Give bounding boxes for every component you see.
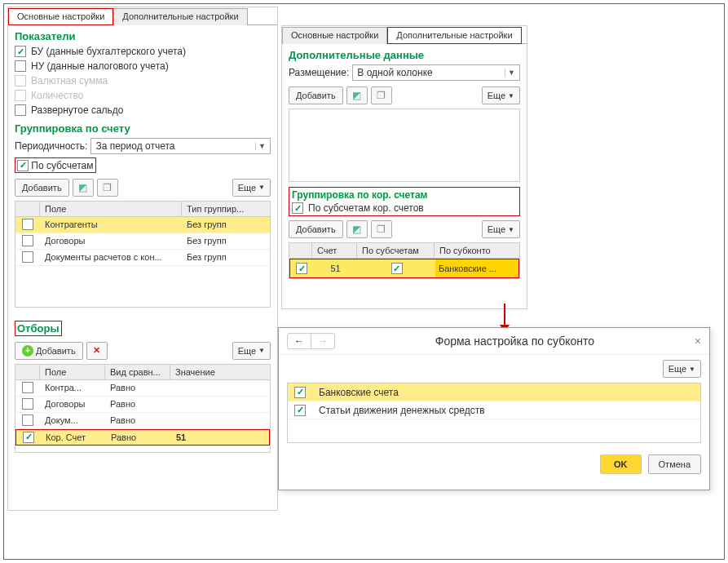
add-button-group[interactable]: Добавить bbox=[15, 179, 69, 197]
group-title: Группировка по счету bbox=[8, 117, 277, 136]
right-tabs: Основные настройки Дополнительные настро… bbox=[282, 26, 527, 44]
main-settings-panel: Основные настройки Дополнительные настро… bbox=[7, 7, 278, 511]
col-type: Тип группир... bbox=[182, 202, 270, 216]
cell-field: Документы расчетов с кон... bbox=[40, 250, 182, 264]
table-row[interactable]: Договоры Без групп bbox=[15, 233, 270, 250]
row-check[interactable] bbox=[296, 263, 307, 274]
row-check[interactable] bbox=[22, 235, 33, 246]
cell-acc-51: 51 bbox=[313, 262, 358, 275]
chk-nu-label: НУ (данные налогового учета) bbox=[31, 60, 169, 72]
placement-label: Размещение: bbox=[289, 67, 349, 78]
table-row[interactable]: Договоры Равно bbox=[15, 397, 270, 413]
list-item[interactable]: Статьи движения денежных средств bbox=[288, 401, 700, 419]
col-filter-cmp: Вид сравн... bbox=[105, 365, 170, 379]
chk-rev-label: Развернутое сальдо bbox=[31, 104, 124, 116]
ok-button[interactable]: OK bbox=[600, 454, 642, 474]
list-item[interactable]: Банковские счета bbox=[288, 383, 700, 401]
chevron-down-icon: ▼ bbox=[255, 142, 268, 150]
copy-settings-icon[interactable]: ◩ bbox=[346, 220, 368, 238]
cancel-button[interactable]: Отмена bbox=[648, 454, 701, 474]
row-check[interactable] bbox=[22, 382, 33, 393]
tab-main-left[interactable]: Основные настройки bbox=[8, 8, 113, 25]
col-subk: По субконто bbox=[435, 243, 519, 258]
filters-title: Отборы bbox=[8, 316, 277, 338]
tab-main-right[interactable]: Основные настройки bbox=[282, 27, 387, 44]
subkonto-list: Банковские счета Статьи движения денежны… bbox=[287, 383, 701, 443]
cell-sub-check[interactable] bbox=[391, 263, 403, 274]
table-row[interactable]: Контрагенты Без групп bbox=[15, 217, 270, 233]
add-button-extra[interactable]: Добавить bbox=[289, 86, 343, 104]
row-check[interactable] bbox=[23, 432, 34, 443]
close-icon[interactable]: × bbox=[695, 335, 701, 348]
table-row[interactable]: 51 Банковские ... bbox=[289, 259, 519, 278]
grouping-table: Поле Тип группир... Контрагенты Без груп… bbox=[15, 201, 271, 308]
chk-nu[interactable] bbox=[15, 60, 26, 72]
cell-type: Без групп bbox=[182, 218, 270, 231]
more-button-kor[interactable]: Еще ▼ bbox=[482, 220, 520, 238]
chk-subaccounts[interactable] bbox=[17, 160, 29, 171]
item-label: Банковские счета bbox=[312, 387, 405, 398]
cell-subkonto[interactable]: Банковские ... bbox=[435, 259, 518, 277]
row-check[interactable] bbox=[294, 387, 306, 398]
nav-arrows[interactable]: ← → bbox=[287, 333, 335, 349]
more-button-filter[interactable]: Еще ▼ bbox=[232, 342, 271, 360]
item-label: Статьи движения денежных средств bbox=[312, 405, 492, 416]
row-check[interactable] bbox=[294, 405, 306, 416]
delete-icon: ✕ bbox=[93, 345, 100, 356]
left-tabs: Основные настройки Дополнительные настро… bbox=[8, 7, 277, 25]
table-row[interactable]: Контра... Равно bbox=[15, 380, 270, 397]
extra-data-list[interactable] bbox=[289, 109, 520, 182]
col-field: Поле bbox=[40, 202, 182, 216]
paste-settings-icon[interactable]: ❐ bbox=[371, 220, 392, 238]
back-arrow-icon[interactable]: ← bbox=[288, 334, 311, 348]
add-button-filter[interactable]: + Добавить bbox=[15, 342, 83, 360]
tab-extra-left[interactable]: Дополнительные настройки bbox=[113, 8, 247, 25]
row-check[interactable] bbox=[22, 398, 33, 410]
chk-qty bbox=[15, 90, 26, 101]
cell-field: Контрагенты bbox=[40, 218, 182, 231]
plus-icon: + bbox=[22, 345, 33, 357]
copy-settings-icon[interactable]: ◩ bbox=[346, 86, 368, 104]
cell: Контра... bbox=[40, 381, 105, 394]
table-row[interactable]: Кор. Счет Равно 51 bbox=[15, 429, 270, 446]
more-button-extra[interactable]: Еще ▼ bbox=[482, 86, 520, 104]
kor-table: Счет По субсчетам По субконто 51 Банковс… bbox=[289, 242, 520, 279]
more-button-popup[interactable]: Еще ▼ bbox=[663, 360, 701, 378]
cell-type: Без групп bbox=[182, 250, 270, 264]
copy-settings-icon[interactable]: ◩ bbox=[73, 179, 94, 197]
col-filter-field: Поле bbox=[40, 365, 105, 379]
chk-bu[interactable] bbox=[15, 46, 26, 57]
tab-extra-right[interactable]: Дополнительные настройки bbox=[387, 27, 521, 44]
row-check[interactable] bbox=[22, 219, 33, 230]
filters-table: Поле Вид сравн... Значение Контра... Рав… bbox=[15, 364, 271, 453]
popup-title: Форма настройка по субконто bbox=[335, 335, 695, 348]
cell: Кор. Счет bbox=[41, 431, 106, 444]
forward-arrow-icon: → bbox=[311, 334, 334, 348]
chk-rev[interactable] bbox=[15, 104, 26, 116]
cell: Равно bbox=[105, 414, 170, 427]
chevron-down-icon: ▼ bbox=[505, 69, 518, 77]
table-row[interactable]: Докум... Равно bbox=[15, 413, 270, 429]
period-select[interactable]: За период отчета ▼ bbox=[90, 138, 271, 154]
col-acc: Счет bbox=[312, 243, 357, 258]
chk-kor-subaccounts[interactable] bbox=[292, 202, 303, 214]
table-row[interactable]: Документы расчетов с кон... Без групп bbox=[15, 250, 270, 266]
more-button-group[interactable]: Еще ▼ bbox=[232, 179, 271, 197]
subkonto-popup: ← → Форма настройка по субконто × Еще ▼ … bbox=[278, 327, 710, 490]
col-sub: По субсчетам bbox=[357, 243, 435, 258]
cell: Докум... bbox=[40, 414, 105, 427]
cell: Равно bbox=[106, 431, 171, 444]
kor-group-title: Группировка по кор. счетам bbox=[292, 189, 517, 201]
period-label: Периодичность: bbox=[15, 140, 87, 152]
delete-filter-button[interactable]: ✕ bbox=[86, 342, 108, 360]
placement-select[interactable]: В одной колонке ▼ bbox=[352, 64, 520, 81]
chk-val bbox=[15, 75, 26, 86]
row-check[interactable] bbox=[22, 414, 33, 426]
cell-type: Без групп bbox=[182, 234, 270, 247]
chk-bu-label: БУ (данные бухгалтерского учета) bbox=[31, 46, 186, 57]
add-button-kor[interactable]: Добавить bbox=[289, 220, 343, 238]
cell: Равно bbox=[105, 397, 170, 410]
paste-settings-icon[interactable]: ❐ bbox=[371, 86, 392, 104]
row-check[interactable] bbox=[22, 251, 33, 263]
paste-settings-icon[interactable]: ❐ bbox=[97, 179, 118, 197]
